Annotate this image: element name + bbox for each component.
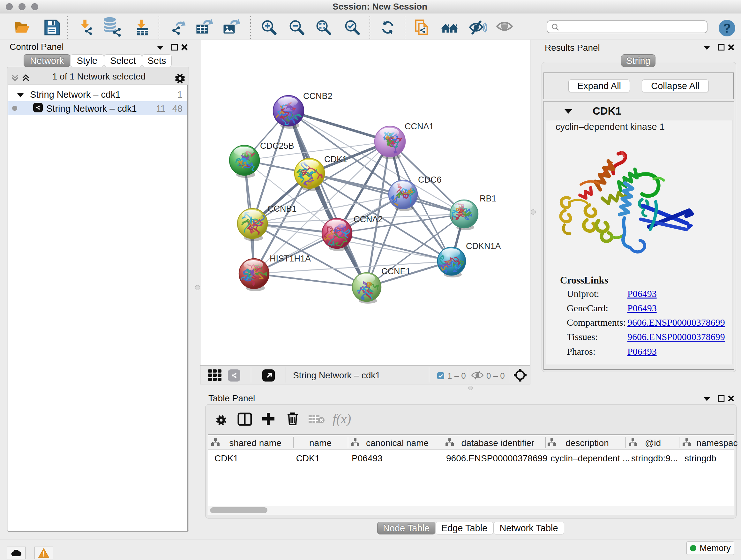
svg-text:CDK1: CDK1 [324, 154, 347, 164]
svg-text:CDC25B: CDC25B [260, 141, 294, 151]
svg-text:CDC6: CDC6 [418, 175, 442, 185]
svg-text:CCNE1: CCNE1 [381, 266, 411, 276]
svg-text:CCNA1: CCNA1 [405, 122, 434, 131]
svg-text:CCNB2: CCNB2 [303, 91, 333, 101]
svg-text:RB1: RB1 [480, 194, 496, 203]
svg-text:CDKN1A: CDKN1A [466, 241, 501, 251]
svg-text:CCNA2: CCNA2 [354, 214, 383, 224]
svg-text:HIST1H1A: HIST1H1A [270, 254, 311, 263]
svg-text:CCNB1: CCNB1 [267, 204, 297, 213]
